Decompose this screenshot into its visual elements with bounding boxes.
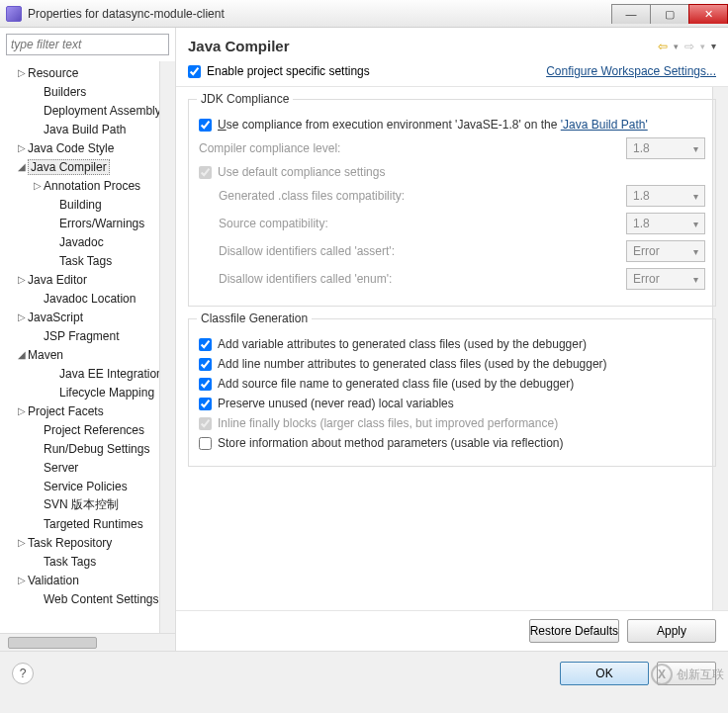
tree-twisty-icon[interactable]: ▷ bbox=[16, 142, 28, 153]
forward-menu-icon[interactable]: ▾ bbox=[700, 42, 705, 51]
tree-item-errors-warnings[interactable]: Errors/Warnings bbox=[0, 214, 175, 232]
tree-item-label: Building bbox=[59, 198, 102, 212]
close-button[interactable]: ✕ bbox=[688, 4, 728, 24]
panel-title: Java Compiler bbox=[188, 38, 290, 54]
forward-icon[interactable]: ⇨ bbox=[684, 40, 694, 53]
tree-twisty-icon[interactable]: ◢ bbox=[16, 349, 28, 360]
tree-item-label: Resource bbox=[28, 66, 78, 80]
apply-button[interactable]: Apply bbox=[627, 619, 716, 643]
tree-item-validation[interactable]: ▷Validation bbox=[0, 571, 175, 589]
add-variable-attrs-checkbox[interactable] bbox=[199, 338, 212, 351]
tree-h-scrollbar[interactable] bbox=[0, 633, 175, 651]
tree-item-label: SVN 版本控制 bbox=[44, 496, 119, 513]
tree-item-label: Task Tags bbox=[44, 555, 96, 569]
main-panel: Java Compiler ⇦▾ ⇨▾ ▾ Enable project spe… bbox=[176, 28, 728, 651]
filter-input[interactable] bbox=[6, 34, 169, 55]
tree-item-java-code-style[interactable]: ▷Java Code Style bbox=[0, 138, 175, 157]
preserve-unused-checkbox[interactable] bbox=[199, 398, 212, 410]
tree-item-task-tags[interactable]: Task Tags bbox=[0, 251, 175, 270]
enable-row: Enable project specific settings Configu… bbox=[176, 60, 728, 87]
tree-item-label: Run/Debug Settings bbox=[44, 442, 149, 456]
tree-item-label: JSP Fragment bbox=[44, 329, 119, 343]
tree-item-lifecycle-mapping[interactable]: Lifecycle Mapping bbox=[0, 383, 175, 401]
nav-tree[interactable]: ▷ResourceBuildersDeployment AssemblyJava… bbox=[0, 61, 175, 633]
tree-item-label: Java Compiler bbox=[28, 159, 110, 175]
source-compat-combo[interactable]: 1.8 bbox=[626, 213, 705, 234]
window-title: Properties for datasync-module-client bbox=[28, 7, 225, 21]
add-line-number-label: Add line number attributes to generated … bbox=[218, 357, 607, 371]
tree-item-javadoc-location[interactable]: Javadoc Location bbox=[0, 289, 175, 308]
tree-twisty-icon[interactable]: ◢ bbox=[16, 161, 28, 172]
tree-item-java-build-path[interactable]: Java Build Path bbox=[0, 120, 175, 138]
tree-item-task-repository[interactable]: ▷Task Repository bbox=[0, 533, 175, 552]
tree-item-jsp-fragment[interactable]: JSP Fragment bbox=[0, 326, 175, 345]
tree-item-java-ee-integration[interactable]: Java EE Integration bbox=[0, 364, 175, 383]
tree-item-web-content-settings[interactable]: Web Content Settings bbox=[0, 589, 175, 608]
tree-item-label: Builders bbox=[44, 85, 86, 99]
tree-twisty-icon[interactable]: ▷ bbox=[16, 405, 28, 416]
tree-item-label: Service Policies bbox=[44, 480, 128, 493]
inline-finally-label: Inline finally blocks (larger class file… bbox=[218, 416, 558, 430]
tree-item-svn-[interactable]: SVN 版本控制 bbox=[0, 495, 175, 514]
back-menu-icon[interactable]: ▾ bbox=[674, 42, 679, 51]
tree-twisty-icon[interactable]: ▷ bbox=[16, 67, 28, 78]
tree-item-label: Task Repository bbox=[28, 536, 112, 550]
help-button[interactable]: ? bbox=[12, 663, 34, 684]
configure-workspace-link[interactable]: Configure Workspace Settings... bbox=[546, 64, 716, 78]
restore-defaults-button[interactable]: Restore Defaults bbox=[529, 619, 619, 643]
add-line-number-checkbox[interactable] bbox=[199, 358, 212, 371]
tree-item-maven[interactable]: ◢Maven bbox=[0, 345, 175, 364]
enable-project-specific-checkbox[interactable] bbox=[188, 65, 201, 78]
tree-item-project-facets[interactable]: ▷Project Facets bbox=[0, 401, 175, 420]
dialog-button-row: ? OK bbox=[0, 651, 728, 695]
store-method-params-checkbox[interactable] bbox=[199, 437, 212, 450]
tree-item-annotation-proces[interactable]: ▷Annotation Proces bbox=[0, 176, 175, 195]
tree-item-server[interactable]: Server bbox=[0, 458, 175, 477]
compliance-level-combo[interactable]: 1.8 bbox=[626, 137, 705, 159]
tree-item-java-compiler[interactable]: ◢Java Compiler bbox=[0, 157, 175, 176]
tree-item-java-editor[interactable]: ▷Java Editor bbox=[0, 270, 175, 289]
jdk-compliance-group: JDK Compliance Use compliance from execu… bbox=[188, 99, 716, 307]
use-execution-env-checkbox[interactable] bbox=[199, 119, 212, 132]
use-execution-env-label: Use compliance from execution environmen… bbox=[218, 118, 648, 132]
minimize-button[interactable]: — bbox=[611, 4, 651, 24]
use-default-compliance-checkbox bbox=[199, 166, 212, 179]
tree-item-project-references[interactable]: Project References bbox=[0, 420, 175, 439]
tree-twisty-icon[interactable]: ▷ bbox=[16, 312, 28, 322]
tree-twisty-icon[interactable]: ▷ bbox=[32, 180, 44, 191]
tree-item-deployment-assembly[interactable]: Deployment Assembly bbox=[0, 101, 175, 120]
tree-item-label: JavaScript bbox=[28, 311, 83, 324]
tree-item-service-policies[interactable]: Service Policies bbox=[0, 477, 175, 495]
compliance-level-label: Compiler compliance level: bbox=[199, 141, 340, 155]
tree-item-javascript[interactable]: ▷JavaScript bbox=[0, 308, 175, 326]
tree-item-task-tags[interactable]: Task Tags bbox=[0, 552, 175, 571]
sidebar: ▷ResourceBuildersDeployment AssemblyJava… bbox=[0, 28, 176, 651]
java-build-path-link[interactable]: 'Java Build Path' bbox=[561, 118, 648, 132]
tree-item-builders[interactable]: Builders bbox=[0, 82, 175, 101]
disallow-assert-label: Disallow identifiers called 'assert': bbox=[219, 244, 395, 258]
tree-item-javadoc[interactable]: Javadoc bbox=[0, 232, 175, 251]
disallow-enum-combo[interactable]: Error bbox=[626, 268, 705, 290]
tree-item-building[interactable]: Building bbox=[0, 195, 175, 214]
disallow-assert-combo[interactable]: Error bbox=[626, 240, 705, 262]
tree-item-resource[interactable]: ▷Resource bbox=[0, 63, 175, 82]
filter-container bbox=[6, 34, 169, 55]
classfile-generation-group: Classfile Generation Add variable attrib… bbox=[188, 318, 716, 467]
maximize-button[interactable]: ▢ bbox=[650, 4, 689, 24]
tree-item-run-debug-settings[interactable]: Run/Debug Settings bbox=[0, 439, 175, 458]
tree-twisty-icon[interactable]: ▷ bbox=[16, 537, 28, 548]
tree-item-targeted-runtimes[interactable]: Targeted Runtimes bbox=[0, 514, 175, 533]
add-source-filename-checkbox[interactable] bbox=[199, 378, 212, 391]
view-menu-icon[interactable]: ▾ bbox=[711, 41, 716, 51]
tree-twisty-icon[interactable]: ▷ bbox=[16, 575, 28, 585]
generated-class-compat-combo[interactable]: 1.8 bbox=[626, 185, 705, 207]
tree-twisty-icon[interactable]: ▷ bbox=[16, 274, 28, 285]
tree-scrollbar[interactable] bbox=[159, 61, 175, 633]
tree-item-label: Lifecycle Mapping bbox=[59, 386, 154, 400]
ok-button[interactable]: OK bbox=[560, 662, 649, 685]
titlebar: Properties for datasync-module-client — … bbox=[0, 0, 728, 28]
tree-item-label: Server bbox=[44, 461, 78, 475]
source-compat-label: Source compatibility: bbox=[219, 217, 328, 230]
nav-icons: ⇦▾ ⇨▾ ▾ bbox=[658, 40, 716, 53]
back-icon[interactable]: ⇦ bbox=[658, 40, 668, 53]
